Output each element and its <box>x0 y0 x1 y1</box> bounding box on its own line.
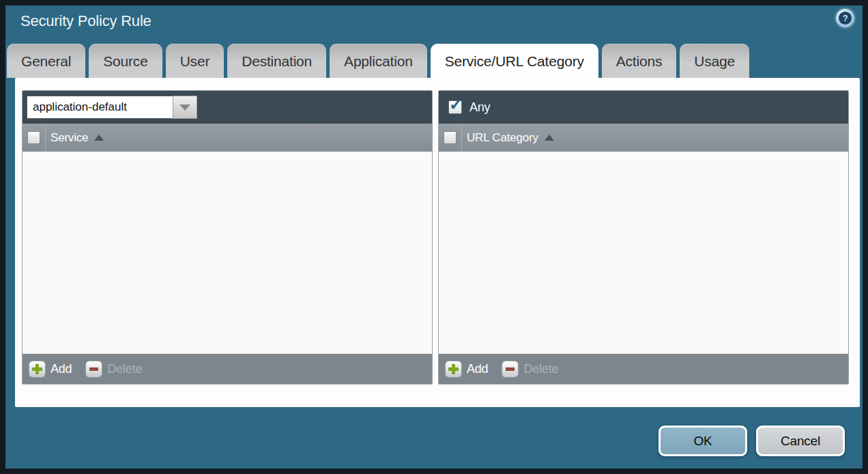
check-icon: ✓ <box>449 96 463 113</box>
url-category-column-label: URL Category <box>467 131 538 145</box>
delete-minus-icon <box>502 361 519 378</box>
service-select-all-checkbox[interactable] <box>27 131 40 144</box>
service-column-header[interactable]: Service <box>23 124 432 152</box>
any-row: ✓ Any <box>443 100 490 115</box>
url-category-delete-button[interactable]: Delete <box>502 361 558 378</box>
tab-content-area: Service Add Delete <box>15 78 860 407</box>
add-plus-icon <box>29 361 46 378</box>
delete-label: Delete <box>523 362 558 376</box>
service-add-button[interactable]: Add <box>29 361 72 378</box>
service-type-input[interactable] <box>27 96 173 119</box>
sort-asc-icon <box>94 135 104 141</box>
chevron-down-icon <box>179 104 190 111</box>
url-category-toolbar: Add Delete <box>439 354 848 384</box>
security-policy-rule-dialog: Security Policy Rule ? General Source Us… <box>0 0 868 474</box>
url-category-select-all-cell <box>439 124 462 152</box>
service-list <box>23 152 432 354</box>
sort-asc-icon <box>545 135 554 141</box>
delete-minus-icon <box>85 361 102 378</box>
tab-bar: General Source User Destination Applicat… <box>7 44 749 78</box>
cancel-button[interactable]: Cancel <box>756 426 845 456</box>
service-toolbar: Add Delete <box>23 354 432 384</box>
ok-button[interactable]: OK <box>659 426 747 456</box>
tab-source[interactable]: Source <box>89 44 162 78</box>
service-panel-header <box>23 91 432 124</box>
help-icon: ? <box>839 12 852 25</box>
add-plus-icon <box>445 361 462 378</box>
help-button[interactable]: ? <box>836 9 854 27</box>
delete-label: Delete <box>107 362 142 376</box>
add-label: Add <box>50 362 72 376</box>
dialog-title: Security Policy Rule <box>20 12 151 30</box>
tab-general[interactable]: General <box>7 44 85 78</box>
tab-user[interactable]: User <box>166 44 225 78</box>
url-category-panel: ✓ Any URL Category Add <box>438 90 849 385</box>
service-select-all-cell <box>23 124 46 152</box>
url-category-add-button[interactable]: Add <box>445 361 488 378</box>
any-label: Any <box>469 100 490 115</box>
add-label: Add <box>467 362 488 376</box>
service-column-label: Service <box>50 131 88 145</box>
url-category-select-all-checkbox[interactable] <box>444 131 457 144</box>
tab-usage[interactable]: Usage <box>680 44 749 78</box>
panels: Service Add Delete <box>22 90 849 385</box>
any-checkbox[interactable]: ✓ <box>448 100 462 114</box>
tab-actions[interactable]: Actions <box>602 44 676 78</box>
tab-service-url-category[interactable]: Service/URL Category <box>431 44 598 78</box>
url-category-list <box>439 152 848 354</box>
service-type-dropdown-button[interactable] <box>173 96 197 119</box>
service-delete-button[interactable]: Delete <box>85 361 142 378</box>
url-category-panel-header: ✓ Any <box>439 91 848 124</box>
service-panel: Service Add Delete <box>22 90 433 385</box>
tab-destination[interactable]: Destination <box>227 44 326 78</box>
service-type-dropdown <box>27 96 197 119</box>
url-category-column-header[interactable]: URL Category <box>439 124 848 152</box>
tab-application[interactable]: Application <box>330 44 427 78</box>
